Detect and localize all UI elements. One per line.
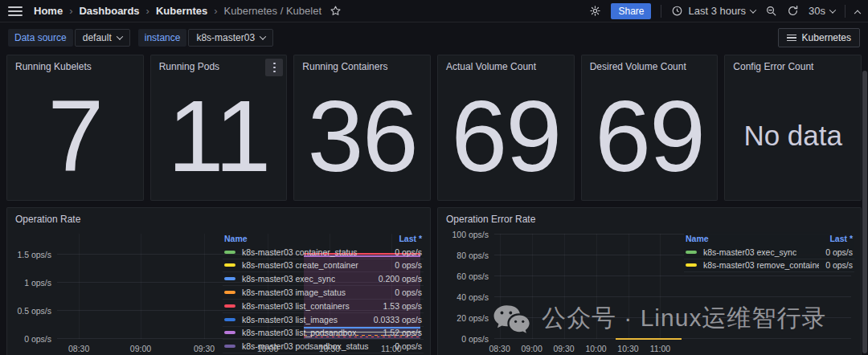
series-name[interactable]: k8s-master03 image_status bbox=[242, 288, 346, 297]
series-name[interactable]: k8s-master03 list_podsandbox bbox=[242, 328, 356, 337]
legend-last-header[interactable]: Last * bbox=[392, 234, 422, 243]
series-last-value: 0 ops/s bbox=[388, 260, 422, 270]
legend-header: Name Last * bbox=[223, 232, 424, 246]
legend-row[interactable]: k8s-master03 exec_sync 0 ops/s bbox=[684, 246, 854, 259]
time-range-picker[interactable]: Last 3 hours bbox=[671, 5, 755, 17]
chevron-down-icon bbox=[260, 33, 266, 39]
series-last-value: 1.52 ops/s bbox=[377, 328, 422, 337]
breadcrumb-dashboards[interactable]: Dashboards bbox=[79, 5, 139, 17]
nav-actions: Share Last 3 hours 30s bbox=[589, 3, 860, 19]
series-last-value: 0 ops/s bbox=[388, 288, 422, 297]
legend-row[interactable]: k8s-master03 container_status 0 ops/s bbox=[223, 246, 424, 259]
refresh-interval-picker[interactable]: 30s bbox=[809, 5, 835, 17]
legend-name-header[interactable]: Name bbox=[224, 234, 248, 243]
panel-menu-kebab-icon[interactable] bbox=[265, 59, 283, 76]
y-axis-tick: 40 ops/s bbox=[457, 292, 489, 302]
series-last-value: 1.53 ops/s bbox=[377, 301, 422, 311]
panel-title[interactable]: Operation Rate bbox=[7, 208, 430, 225]
stat-panels-row: Running Kubelets 7 Running Pods 11 Runni… bbox=[0, 55, 868, 201]
chevron-down-icon bbox=[116, 33, 122, 39]
x-axis-tick: 09:30 bbox=[194, 344, 215, 353]
legend-row[interactable]: k8s-master03 remove_container 0 ops/s bbox=[684, 259, 854, 273]
kubernetes-links-button[interactable]: Kubernetes bbox=[778, 28, 860, 47]
panel-running-pods: Running Pods 11 bbox=[150, 55, 288, 201]
legend-row[interactable]: k8s-master03 image_status 0 ops/s bbox=[223, 286, 424, 300]
series-name[interactable]: k8s-master03 list_images bbox=[242, 315, 338, 324]
series-color-swatch bbox=[224, 318, 235, 321]
operation-error-rate-legend: Name Last * k8s-master03 exec_sync 0 ops… bbox=[684, 232, 854, 272]
series-name[interactable]: k8s-master03 remove_container bbox=[703, 260, 819, 270]
stat-value: 11 bbox=[151, 80, 287, 192]
legend-row[interactable]: k8s-master03 create_container 0 ops/s bbox=[223, 259, 424, 273]
menu-icon[interactable] bbox=[8, 6, 23, 16]
series-color-swatch bbox=[224, 291, 235, 294]
y-axis-tick: 0 ops/s bbox=[24, 334, 51, 344]
series-last-value: 0 ops/s bbox=[819, 247, 853, 257]
collapse-toolbar-chevron-up-icon[interactable] bbox=[855, 9, 860, 14]
series-name[interactable]: k8s-master03 container_status bbox=[242, 247, 358, 257]
favorite-star-icon[interactable] bbox=[330, 5, 342, 17]
breadcrumb-folder[interactable]: Kuberntes bbox=[156, 5, 207, 17]
panel-actual-volume-count: Actual Volume Count 69 bbox=[437, 55, 575, 201]
panel-running-containers: Running Containers 36 bbox=[293, 55, 431, 201]
series-name[interactable]: k8s-master03 exec_sync bbox=[242, 274, 335, 284]
series-name[interactable]: k8s-master03 create_container bbox=[242, 260, 358, 270]
panel-title[interactable]: Running Kubelets bbox=[7, 55, 143, 72]
legend-row[interactable]: k8s-master03 podsandbox_status 0 ops/s bbox=[223, 340, 424, 353]
breadcrumb-home[interactable]: Home bbox=[34, 5, 63, 17]
panel-title[interactable]: Actual Volume Count bbox=[438, 55, 574, 72]
series-color-swatch bbox=[686, 251, 697, 254]
breadcrumb-separator: › bbox=[69, 5, 72, 17]
legend-name-header[interactable]: Name bbox=[686, 234, 709, 243]
dashboard-settings-gear-icon[interactable] bbox=[589, 5, 601, 17]
series-color-swatch bbox=[224, 304, 235, 308]
datasource-select[interactable]: default bbox=[75, 29, 130, 47]
y-axis-tick: 0.5 ops/s bbox=[17, 306, 51, 316]
instance-variable: instance k8s-master03 bbox=[138, 29, 273, 47]
breadcrumb-current[interactable]: Kubernetes / Kubelet bbox=[224, 5, 321, 17]
series-name[interactable]: k8s-master03 podsandbox_status bbox=[242, 341, 369, 351]
y-axis-tick: 1.5 ops/s bbox=[17, 250, 51, 259]
legend-header: Name Last * bbox=[684, 232, 854, 246]
share-button[interactable]: Share bbox=[611, 3, 651, 19]
refresh-icon[interactable] bbox=[787, 5, 799, 17]
zoom-out-icon[interactable] bbox=[765, 5, 777, 17]
panel-title[interactable]: Operation Error Rate bbox=[438, 208, 861, 225]
panel-operation-rate: Operation Rate 1.5 ops/s 1 ops/s 0.5 ops… bbox=[6, 207, 431, 355]
breadcrumb: Home › Dashboards › Kuberntes › Kubernet… bbox=[34, 5, 321, 17]
panel-title[interactable]: Running Containers bbox=[294, 55, 430, 72]
legend-row[interactable]: k8s-master03 exec_sync 0.200 ops/s bbox=[223, 272, 424, 286]
series-name[interactable]: k8s-master03 exec_sync bbox=[703, 247, 796, 257]
legend-last-header[interactable]: Last * bbox=[823, 234, 853, 243]
legend-row[interactable]: k8s-master03 list_images 0.0333 ops/s bbox=[223, 313, 424, 327]
x-axis-tick: 08:30 bbox=[489, 344, 510, 353]
series-name[interactable]: k8s-master03 list_containers bbox=[242, 301, 350, 311]
y-axis-tick: 20 ops/s bbox=[457, 313, 489, 323]
list-icon bbox=[787, 35, 796, 42]
refresh-interval-label: 30s bbox=[809, 5, 825, 17]
panel-title[interactable]: Desired Volume Count bbox=[582, 55, 718, 72]
operation-rate-chart: 1.5 ops/s 1 ops/s 0.5 ops/s 0 ops/s 08:3… bbox=[14, 231, 424, 355]
instance-label: instance bbox=[138, 29, 187, 47]
series-last-value: 0 ops/s bbox=[388, 341, 422, 351]
series-last-value: 0 ops/s bbox=[819, 260, 853, 270]
no-data-message: No data bbox=[725, 80, 861, 192]
grafana-dashboard: Home › Dashboards › Kuberntes › Kubernet… bbox=[0, 0, 868, 355]
series-last-value: 0.0333 ops/s bbox=[367, 315, 422, 324]
kubernetes-button-label: Kubernetes bbox=[802, 32, 851, 43]
divider bbox=[661, 5, 661, 18]
stat-value: 69 bbox=[438, 80, 574, 192]
panel-title[interactable]: Config Error Count bbox=[725, 55, 861, 72]
y-axis-tick: 100 ops/s bbox=[452, 230, 489, 239]
legend-row[interactable]: k8s-master03 list_containers 1.53 ops/s bbox=[223, 300, 424, 313]
breadcrumb-separator: › bbox=[146, 5, 149, 17]
y-axis-tick: 60 ops/s bbox=[457, 271, 489, 281]
datasource-value: default bbox=[83, 32, 112, 43]
panel-config-error-count: Config Error Count No data bbox=[724, 55, 862, 201]
operation-error-rate-chart: 100 ops/s 80 ops/s 60 ops/s 40 ops/s 20 … bbox=[444, 231, 854, 355]
vertical-scrollbar[interactable] bbox=[862, 71, 867, 353]
legend-row[interactable]: k8s-master03 list_podsandbox 1.52 ops/s bbox=[223, 327, 424, 341]
instance-select[interactable]: k8s-master03 bbox=[188, 29, 273, 47]
operation-rate-legend: Name Last * k8s-master03 container_statu… bbox=[223, 232, 424, 353]
chevron-down-icon bbox=[750, 6, 756, 13]
